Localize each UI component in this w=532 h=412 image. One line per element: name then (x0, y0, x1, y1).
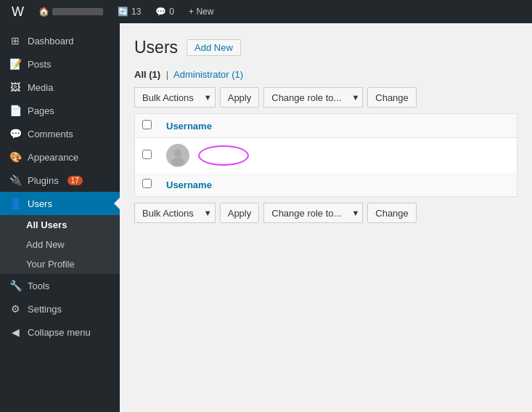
admin-bar: W 🏠 🔄 13 💬 0 + New (0, 0, 532, 23)
sidebar-item-settings[interactable]: ⚙ Settings (0, 297, 120, 320)
comments-count: 0 (169, 7, 174, 17)
table-row (135, 138, 517, 174)
apply-top-button[interactable]: Apply (220, 87, 260, 108)
comments-nav-icon: 💬 (9, 128, 22, 140)
sidebar-label-tools: Tools (28, 280, 49, 291)
users-icon: 👤 (9, 198, 22, 209)
user-info-cell (159, 138, 517, 174)
username-sort-link[interactable]: Username (166, 121, 212, 132)
submenu-all-users[interactable]: All Users (0, 215, 120, 235)
sidebar-label-appearance: Appearance (28, 152, 78, 163)
sidebar-item-tools[interactable]: 🔧 Tools (0, 274, 120, 297)
sidebar-item-dashboard[interactable]: ⊞ Dashboard (0, 29, 120, 52)
sidebar-label-collapse: Collapse menu (28, 327, 91, 338)
comments-icon: 💬 (155, 7, 166, 17)
settings-icon: ⚙ (9, 303, 22, 315)
avatar (166, 144, 189, 167)
submenu-your-profile[interactable]: Your Profile (0, 254, 120, 274)
username-column-header[interactable]: Username (159, 114, 517, 138)
change-role-bottom-label: Change role to... (263, 203, 348, 223)
submenu-add-new[interactable]: Add New (0, 235, 120, 254)
users-arrow (114, 198, 120, 209)
username-footer-column[interactable]: Username (159, 173, 517, 197)
home-icon: 🏠 (38, 7, 49, 17)
updates-link[interactable]: 🔄 13 (112, 0, 147, 23)
plugins-icon: 🔌 (9, 174, 22, 186)
username-footer-sort-link[interactable]: Username (166, 179, 212, 190)
filter-all[interactable]: All (1) (134, 69, 160, 80)
bulk-actions-top-arrow[interactable]: ▼ (201, 87, 216, 108)
sidebar-label-settings: Settings (28, 304, 62, 315)
sidebar: ⊞ Dashboard 📝 Posts 🖼 Media 📄 Pages 💬 Co… (0, 23, 120, 412)
filter-sep: | (166, 69, 168, 80)
check-all-footer-column (135, 173, 160, 197)
sidebar-label-dashboard: Dashboard (28, 36, 74, 47)
tools-icon: 🔧 (9, 280, 22, 291)
collapse-icon: ◀ (9, 326, 22, 338)
table-footer-row: Username (135, 173, 517, 197)
change-role-bottom-select[interactable]: Change role to... ▼ (263, 203, 363, 223)
sidebar-item-appearance[interactable]: 🎨 Appearance (0, 145, 120, 169)
check-all-footer-checkbox[interactable] (142, 179, 152, 188)
media-icon: 🖼 (9, 81, 22, 93)
pages-icon: 📄 (9, 105, 22, 116)
appearance-icon: 🎨 (9, 151, 22, 163)
bulk-actions-bottom-select[interactable]: Bulk Actions ▼ (134, 203, 216, 223)
change-bottom-button[interactable]: Change (367, 203, 417, 223)
change-top-button[interactable]: Change (367, 87, 417, 108)
tablenav-top: Bulk Actions ▼ Apply Change role to... ▼… (134, 87, 517, 108)
pink-annotation-circle (198, 145, 249, 166)
tablenav-bottom: Bulk Actions ▼ Apply Change role to... ▼… (134, 203, 517, 223)
table-header-row: Username (135, 114, 517, 138)
sidebar-item-pages[interactable]: 📄 Pages (0, 99, 120, 122)
updates-icon: 🔄 (118, 7, 128, 17)
sidebar-label-comments: Comments (28, 129, 73, 140)
change-role-top-arrow[interactable]: ▼ (348, 87, 363, 108)
sidebar-item-plugins[interactable]: 🔌 Plugins 17 (0, 169, 120, 192)
updates-count: 13 (131, 7, 141, 17)
row-checkbox-cell (135, 138, 160, 174)
filter-links: All (1) | Administrator (1) (134, 69, 517, 80)
plugins-badge: 17 (67, 176, 83, 185)
sidebar-item-users[interactable]: 👤 Users (0, 192, 120, 215)
sidebar-label-pages: Pages (28, 105, 54, 116)
page-title: Users (134, 38, 178, 57)
bulk-actions-bottom-label: Bulk Actions (134, 203, 201, 223)
comments-link[interactable]: 💬 0 (150, 0, 180, 23)
users-submenu: All Users Add New Your Profile (0, 215, 120, 274)
avatar-image (168, 145, 188, 166)
check-all-checkbox[interactable] (142, 120, 152, 129)
posts-icon: 📝 (9, 58, 22, 70)
row-checkbox[interactable] (142, 150, 152, 159)
change-role-top-label: Change role to... (263, 87, 348, 108)
sidebar-item-posts[interactable]: 📝 Posts (0, 52, 120, 76)
home-link[interactable]: 🏠 (33, 0, 109, 23)
svg-point-0 (174, 149, 182, 157)
users-table: Username (134, 113, 517, 197)
page-header: Users Add New (134, 38, 517, 57)
sidebar-label-plugins: Plugins (28, 175, 59, 186)
wp-logo[interactable]: W (6, 0, 30, 23)
sidebar-label-media: Media (28, 82, 53, 93)
add-new-button[interactable]: Add New (187, 39, 241, 56)
apply-bottom-button[interactable]: Apply (220, 203, 260, 223)
new-label: + New (189, 7, 213, 17)
change-role-top-select[interactable]: Change role to... ▼ (263, 87, 363, 108)
bulk-actions-top-select[interactable]: Bulk Actions ▼ (134, 87, 216, 108)
check-all-column (135, 114, 160, 138)
bulk-actions-bottom-arrow[interactable]: ▼ (201, 203, 216, 223)
main-content: Users Add New All (1) | Administrator (1… (120, 23, 532, 412)
dashboard-icon: ⊞ (9, 35, 22, 47)
sidebar-item-collapse[interactable]: ◀ Collapse menu (0, 320, 120, 344)
bulk-actions-top-label: Bulk Actions (134, 87, 201, 108)
svg-point-1 (171, 158, 184, 166)
filter-administrator[interactable]: Administrator (1) (173, 69, 243, 80)
sidebar-item-comments[interactable]: 💬 Comments (0, 122, 120, 145)
sidebar-item-media[interactable]: 🖼 Media (0, 76, 120, 99)
sidebar-label-users: Users (28, 198, 52, 209)
change-role-bottom-arrow[interactable]: ▼ (348, 203, 363, 223)
new-content-link[interactable]: + New (183, 0, 219, 23)
layout: ⊞ Dashboard 📝 Posts 🖼 Media 📄 Pages 💬 Co… (0, 23, 532, 412)
sidebar-label-posts: Posts (28, 59, 52, 70)
